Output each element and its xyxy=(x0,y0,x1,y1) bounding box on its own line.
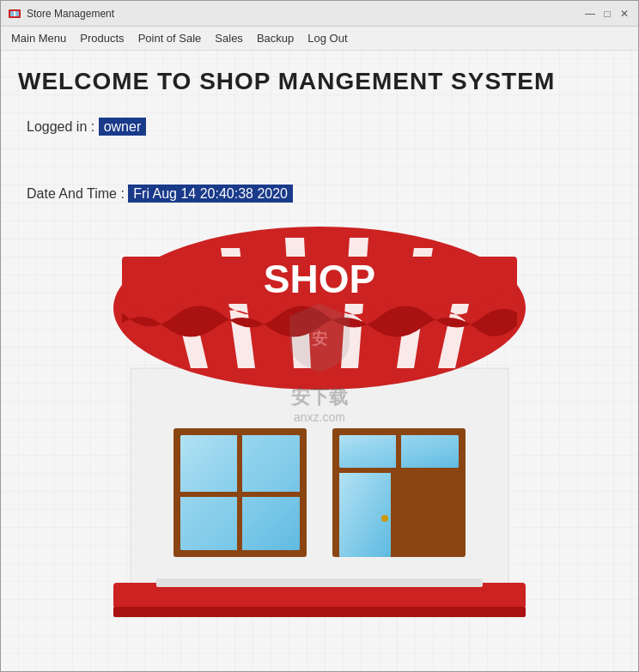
window-title: Store Management xyxy=(27,8,583,20)
menu-bar: Main Menu Products Point of Sale Sales B… xyxy=(1,27,638,51)
datetime-row: Date And Time : Fri Aug 14 20:40:38 2020 xyxy=(27,186,293,202)
window-controls: — □ ✕ xyxy=(583,7,631,21)
info-section: Logged in : owner Date And Time : Fri Au… xyxy=(27,119,293,202)
shop-illustration: SHOP xyxy=(105,136,534,634)
menu-backup[interactable]: Backup xyxy=(250,28,301,48)
logged-in-row: Logged in : owner xyxy=(27,119,293,135)
svg-rect-23 xyxy=(156,578,483,587)
menu-products[interactable]: Products xyxy=(73,28,131,48)
close-button[interactable]: ✕ xyxy=(618,7,631,21)
logged-in-value: owner xyxy=(99,118,147,136)
content-area: WELCOME TO SHOP MANGEMENT SYSTEM Logged … xyxy=(1,51,638,671)
svg-point-22 xyxy=(381,515,388,522)
svg-rect-3 xyxy=(15,11,19,16)
datetime-label: Date And Time : xyxy=(27,186,128,201)
svg-rect-14 xyxy=(180,492,305,497)
svg-rect-2 xyxy=(10,11,14,16)
logged-in-label: Logged in : xyxy=(27,119,99,134)
menu-point-of-sale[interactable]: Point of Sale xyxy=(131,28,209,48)
app-icon xyxy=(8,7,21,21)
main-window: Store Management — □ ✕ Main Menu Product… xyxy=(0,0,639,672)
svg-rect-21 xyxy=(339,468,464,473)
svg-rect-6 xyxy=(113,607,526,617)
svg-text:SHOP: SHOP xyxy=(264,257,375,301)
menu-sales[interactable]: Sales xyxy=(208,28,250,48)
menu-log-out[interactable]: Log Out xyxy=(301,28,354,48)
minimize-button[interactable]: — xyxy=(583,7,597,21)
svg-rect-17 xyxy=(339,471,391,557)
datetime-value: Fri Aug 14 20:40:38 2020 xyxy=(128,185,293,203)
maximize-button[interactable]: □ xyxy=(600,7,614,21)
svg-rect-20 xyxy=(396,435,401,557)
title-bar: Store Management — □ ✕ xyxy=(1,1,638,27)
menu-main-menu[interactable]: Main Menu xyxy=(4,28,73,48)
page-title: WELCOME TO SHOP MANGEMENT SYSTEM xyxy=(18,68,621,95)
